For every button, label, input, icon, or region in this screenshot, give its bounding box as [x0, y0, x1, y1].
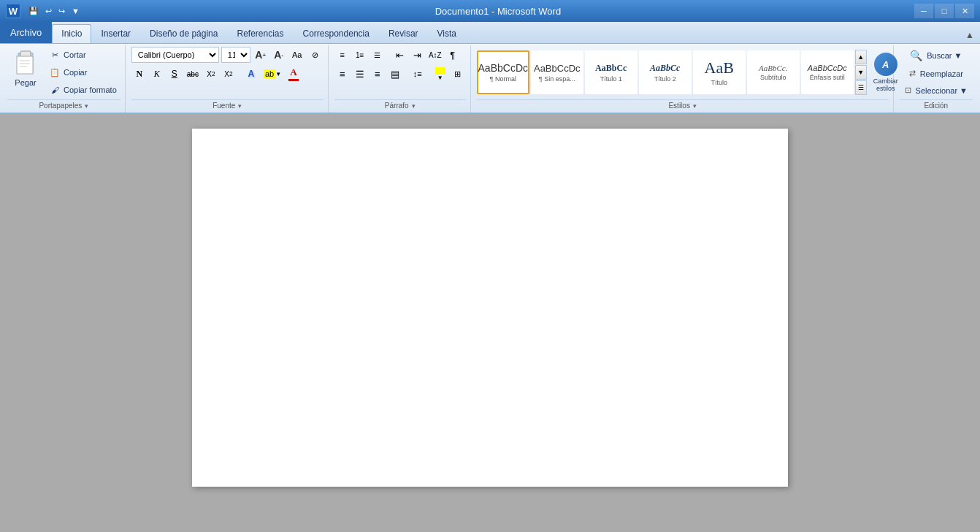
align-left-button[interactable]: ≡: [334, 66, 351, 82]
style-titulo[interactable]: AaB Título: [693, 50, 746, 94]
parrafo-label: Párrafo ▾: [334, 99, 466, 111]
font-family-select[interactable]: Calibri (Cuerpo): [131, 47, 219, 63]
italic-button[interactable]: K: [149, 66, 165, 82]
bold-button[interactable]: N: [131, 66, 148, 82]
fuente-label: Fuente ▾: [131, 99, 324, 111]
sort-button[interactable]: A↕Z: [427, 47, 443, 63]
tab-correspondencia[interactable]: Correspondencia: [294, 24, 379, 43]
styles-scroll-btns: ▲ ▼ ☰: [855, 50, 867, 95]
edicion-label: Edición: [900, 99, 973, 111]
subscript-button[interactable]: X2: [203, 66, 219, 82]
increase-font-btn[interactable]: A+: [253, 47, 269, 63]
parrafo-expand-icon[interactable]: ▾: [412, 102, 416, 110]
reemplazar-label: Reemplazar: [920, 69, 963, 78]
decrease-indent-button[interactable]: ⇤: [392, 47, 408, 63]
fuente-group: Calibri (Cuerpo) 11 A+ A- Aa ⊘ N: [127, 45, 329, 113]
redo-quick-btn[interactable]: ↪: [56, 5, 67, 18]
ribbon: Pegar ✂ Cortar 📋 Copiar: [0, 44, 980, 114]
maximize-button[interactable]: □: [935, 4, 954, 18]
portapapeles-group: Pegar ✂ Cortar 📋 Copiar: [3, 45, 126, 113]
align-right-button[interactable]: ≡: [370, 66, 386, 82]
save-quick-btn[interactable]: 💾: [26, 5, 41, 18]
style-titulo2-label: Título 2: [654, 75, 676, 83]
superscript-button[interactable]: X2: [221, 66, 237, 82]
reemplazar-button[interactable]: ⇄ Reemplazar: [904, 66, 968, 81]
buscar-label: Buscar ▼: [927, 51, 962, 60]
estilos-expand-icon[interactable]: ▾: [693, 102, 697, 110]
style-sinespacio[interactable]: AaBbCcDc ¶ Sin espa...: [531, 50, 583, 94]
font-size-select[interactable]: 11: [221, 47, 250, 63]
text-effects-button[interactable]: A: [243, 66, 259, 82]
underline-button[interactable]: S: [166, 66, 183, 82]
fuente-expand-icon[interactable]: ▾: [238, 102, 242, 110]
justify-button[interactable]: ▤: [387, 66, 403, 82]
numbering-button[interactable]: 1≡: [352, 47, 368, 63]
tab-vista[interactable]: Vista: [428, 24, 466, 43]
undo-quick-btn[interactable]: ↩: [43, 5, 54, 18]
svg-rect-2: [17, 56, 33, 74]
format-painter-button[interactable]: 🖌 Copiar formato: [45, 82, 120, 98]
style-titulo-label: Título: [711, 79, 728, 86]
tab-archivo[interactable]: Archivo: [0, 21, 52, 43]
strikethrough-button[interactable]: abc: [184, 66, 202, 82]
tab-insertar[interactable]: Insertar: [91, 24, 140, 43]
close-button[interactable]: ✕: [955, 4, 974, 18]
paste-button[interactable]: Pegar: [7, 47, 44, 91]
multilevel-button[interactable]: ☰: [370, 47, 386, 63]
clear-format-btn[interactable]: ⊘: [307, 47, 324, 63]
minimize-button[interactable]: ─: [914, 4, 933, 18]
tab-referencias[interactable]: Referencias: [227, 24, 293, 43]
tab-diseno[interactable]: Diseño de página: [140, 24, 227, 43]
format-painter-icon: 🖌: [49, 84, 61, 96]
document-area: [0, 114, 980, 501]
styles-more-btn[interactable]: ☰: [855, 80, 867, 95]
style-normal[interactable]: AaBbCcDc ¶ Normal: [477, 50, 529, 94]
copy-button[interactable]: 📋 Copiar: [45, 64, 120, 80]
paste-label: Pegar: [15, 78, 36, 87]
style-subtitulo[interactable]: AaBbCc. Subtítulo: [747, 50, 800, 94]
styles-scroll-up[interactable]: ▲: [855, 50, 867, 64]
select-icon: ⊡: [905, 86, 911, 95]
cut-button[interactable]: ✂ Cortar: [45, 47, 120, 63]
para-row-2: ≡ ☰ ≡ ▤ ↕≡ ▼: [334, 66, 466, 82]
estilos-group: AaBbCcDc ¶ Normal AaBbCcDc ¶ Sin espa...…: [472, 45, 894, 113]
portapapeles-expand-icon[interactable]: ▾: [85, 102, 88, 110]
style-titulo-text: AaB: [705, 58, 734, 77]
edicion-group: 🔍 Buscar ▼ ⇄ Reemplazar ⊡ Se: [895, 45, 977, 113]
title-bar-left: W 💾 ↩ ↪ ▼: [6, 4, 82, 18]
search-icon: 🔍: [910, 50, 922, 61]
style-subtitulo-label: Subtítulo: [760, 74, 786, 81]
style-enfasis[interactable]: AaBbCcDc Énfasis sutil: [801, 50, 854, 94]
quick-access-toolbar: 💾 ↩ ↪ ▼: [26, 5, 82, 18]
cut-icon: ✂: [49, 49, 61, 61]
customize-quick-btn[interactable]: ▼: [69, 5, 82, 18]
ribbon-expand-btn[interactable]: ▲: [960, 27, 980, 43]
seleccionar-button[interactable]: ⊡ Seleccionar ▼: [900, 83, 973, 98]
borders-button[interactable]: ⊞: [450, 66, 466, 82]
show-marks-button[interactable]: ¶: [445, 47, 461, 63]
line-spacing-button[interactable]: ↕≡: [410, 66, 426, 82]
seleccionar-label: Seleccionar ▼: [916, 86, 968, 95]
align-center-button[interactable]: ☰: [352, 66, 368, 82]
styles-scroll-down[interactable]: ▼: [855, 65, 867, 80]
estilos-label: Estilos ▾: [477, 99, 889, 111]
bullets-button[interactable]: ≡: [334, 47, 351, 63]
cambiar-estilos-icon: A: [874, 53, 897, 76]
document-page[interactable]: [192, 129, 788, 487]
word-icon: W: [6, 4, 20, 18]
decrease-font-btn[interactable]: A-: [271, 47, 287, 63]
shading-button[interactable]: ▼: [432, 66, 448, 82]
style-subtitulo-text: AaBbCc.: [759, 64, 787, 72]
tab-inicio[interactable]: Inicio: [52, 24, 91, 43]
font-color-button[interactable]: A: [286, 66, 302, 82]
window-title: Documento1 - Microsoft Word: [82, 6, 914, 17]
style-titulo1[interactable]: AaBbCc Título 1: [585, 50, 638, 94]
style-titulo2[interactable]: AaBbCc Título 2: [639, 50, 692, 94]
buscar-button[interactable]: 🔍 Buscar ▼: [905, 47, 967, 64]
change-case-btn[interactable]: Aa: [289, 47, 305, 63]
tab-revisar[interactable]: Revisar: [379, 24, 428, 43]
copy-icon: 📋: [49, 66, 61, 78]
style-titulo1-label: Título 1: [600, 75, 622, 83]
increase-indent-button[interactable]: ⇥: [410, 47, 426, 63]
highlight-button[interactable]: ab ▼: [261, 66, 284, 82]
